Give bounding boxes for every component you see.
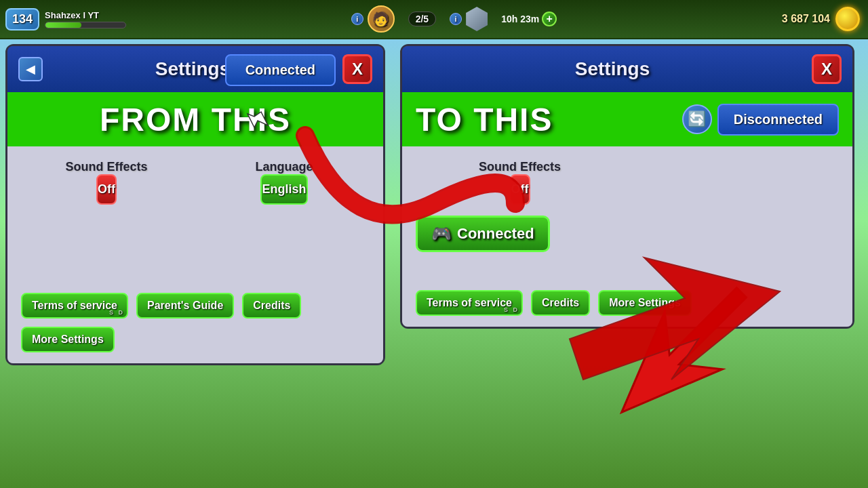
language-button[interactable]: English [260, 174, 307, 205]
from-this-banner: FROM THIS [7, 92, 383, 146]
spacer-left [21, 207, 370, 275]
disconnected-block: 🔄 Disconnected [682, 104, 839, 136]
right-sound-col: Sound Effects Off [416, 160, 624, 205]
top-hud: 134 Shahzex I YT i 🧑 2/5 i 10h 23m + 3 6… [0, 0, 868, 39]
shield-icon [466, 7, 488, 31]
sound-language-row: Sound Effects Off Language English [21, 157, 370, 207]
close-button-right[interactable]: X [812, 54, 842, 84]
right-panel-footer: Terms of service S D Credits More Settin… [402, 283, 852, 327]
refresh-icon[interactable]: 🔄 [682, 104, 712, 134]
back-button-left[interactable]: ◀ [18, 57, 43, 81]
parents-guide-button[interactable]: Parent's Guide [136, 293, 234, 319]
avatar: 🧑 [368, 5, 395, 33]
avatar-block: i 🧑 [351, 5, 395, 33]
credits-button-left[interactable]: Credits [242, 293, 301, 319]
xp-fill [45, 22, 81, 28]
hud-right: 3 687 104 [782, 7, 868, 31]
connected-button-top[interactable]: Connected [225, 54, 336, 86]
language-col: Language English [199, 160, 370, 205]
close-button-left[interactable]: X [342, 54, 372, 84]
gem-icon [835, 7, 860, 31]
info-icon[interactable]: i [351, 13, 363, 25]
builder-block: 2/5 [408, 12, 436, 26]
player-level: 134 [5, 8, 39, 30]
sound-col: Sound Effects Off [21, 160, 192, 205]
left-panel-header: ◀ Settings X Connected [7, 46, 383, 92]
to-this-text: TO THIS [416, 101, 553, 138]
left-panel-body: Sound Effects Off Language English [7, 146, 383, 286]
left-panel-footer: Terms of service S D Parent's Guide Cred… [7, 286, 383, 363]
disconnected-button[interactable]: Disconnected [717, 104, 839, 136]
terms-button-left[interactable]: Terms of service S D [21, 293, 128, 319]
connected-status-left[interactable]: Connected [225, 54, 336, 86]
sound-effects-button[interactable]: Off [96, 174, 117, 205]
info-icon-2[interactable]: i [450, 13, 462, 25]
right-panel-title: Settings [413, 58, 812, 80]
right-panel-body: Sound Effects Off 🎮 Connected [402, 146, 852, 283]
player-name: Shahzex I YT [45, 10, 126, 20]
game-connected-row: 🎮 Connected [416, 216, 839, 252]
terms-button-right[interactable]: Terms of service S D [416, 290, 523, 316]
right-panel-header: Settings X [402, 46, 852, 92]
credits-button-right[interactable]: Credits [531, 290, 590, 316]
right-sound-label: Sound Effects [416, 160, 624, 174]
timer-text: 10h 23m [501, 14, 539, 24]
gamepad-icon: 🎮 [431, 224, 452, 243]
sound-effects-label: Sound Effects [21, 160, 192, 174]
settings-panel-right: Settings X TO THIS 🔄 Disconnected Sound … [400, 44, 854, 329]
player-info: Shahzex I YT [45, 10, 126, 28]
to-this-disconnected-row: TO THIS 🔄 Disconnected [402, 92, 852, 146]
plus-button[interactable]: + [542, 12, 557, 26]
spacer-right [416, 252, 839, 272]
right-sound-row: Sound Effects Off [416, 157, 839, 207]
builder-count: 2/5 [408, 12, 436, 26]
settings-panel-left: ◀ Settings X Connected FROM THIS Sound E… [5, 44, 385, 365]
shield-block: i [450, 7, 488, 31]
xp-bar [45, 22, 126, 28]
gem-count: 3 687 104 [782, 13, 830, 25]
language-label: Language [199, 160, 370, 174]
more-settings-button-left[interactable]: More Settings [21, 327, 115, 352]
from-this-text: FROM THIS [100, 101, 291, 138]
timer-block: 10h 23m + [501, 12, 557, 26]
more-settings-button-right[interactable]: More Settings [598, 290, 692, 316]
right-sound-button[interactable]: Off [510, 174, 530, 205]
game-connected-button[interactable]: 🎮 Connected [416, 216, 550, 252]
hud-center: i 🧑 2/5 i 10h 23m + [126, 5, 782, 33]
hud-left: 134 Shahzex I YT [0, 8, 126, 30]
